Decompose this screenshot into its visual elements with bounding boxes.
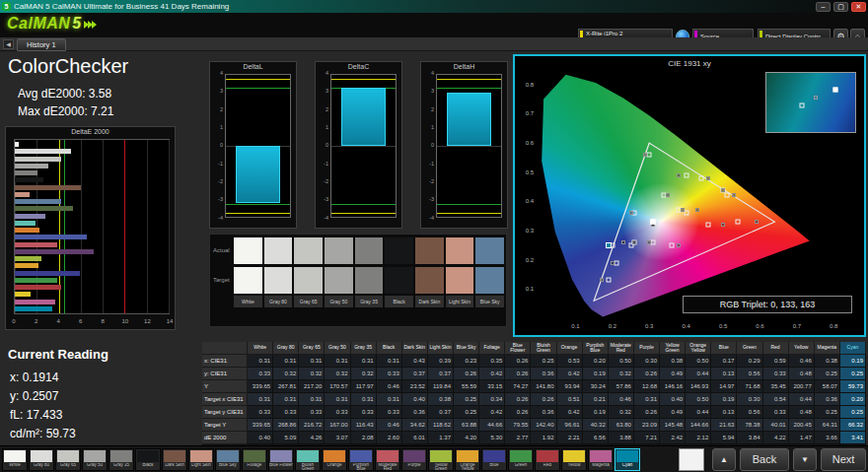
swatch-name: Dark Skin	[415, 296, 444, 307]
white-pattern-button[interactable]	[679, 448, 704, 471]
cie-measured-orange	[732, 193, 736, 197]
patch-button-yellow-green[interactable]: Yellow Green	[428, 448, 454, 471]
patch-button-red[interactable]: Red	[535, 448, 560, 471]
current-reading-title: Current Reading	[8, 347, 108, 362]
patch-button-orange-yellow[interactable]: Orange Yellow	[455, 448, 480, 471]
deltae-bar-light-skin	[15, 192, 169, 197]
table-cell: 0.50	[686, 393, 711, 406]
y-tick-label: 0.7	[526, 110, 534, 116]
table-cell: 2.60	[377, 432, 402, 444]
history-back-icon[interactable]: ◀	[3, 39, 14, 49]
pattern-up-button[interactable]: ▲	[712, 448, 736, 471]
patch-button-purple[interactable]: Purple	[401, 448, 427, 471]
chart-deltac[interactable]: DeltaC43210-1-2-3-4	[315, 61, 402, 229]
patch-color	[510, 450, 532, 462]
deltae-bar-gray-50	[15, 164, 169, 169]
table-cell: 1.92	[531, 432, 556, 444]
patch-button-gray-65[interactable]: Gray 65	[55, 448, 81, 471]
table-cell: 0.31	[299, 355, 325, 368]
patch-button-blue[interactable]: Blue	[481, 448, 507, 471]
back-button[interactable]: Back	[740, 448, 789, 471]
minimize-button[interactable]: –	[816, 2, 831, 12]
table-cell: 58.07	[815, 380, 840, 393]
patch-button-dark-skin[interactable]: Dark Skin	[162, 448, 187, 471]
patch-color	[270, 450, 292, 462]
chart-title: DeltaE 2000	[6, 128, 175, 135]
table-cell: 0.37	[428, 368, 454, 380]
swatch-name: Black	[385, 296, 413, 307]
table-cell: 0.46	[377, 380, 402, 393]
swatch-compare-panel[interactable]: Actual Target WhiteGray 80Gray 65Gray 50…	[209, 234, 507, 327]
cie-yaxis: 0.10.20.30.40.50.60.70.8	[519, 70, 536, 318]
chart-deltah[interactable]: DeltaH43210-1-2-3-4	[420, 61, 508, 229]
table-cell: 0.26	[505, 406, 531, 419]
cie-measured-dark-skin	[695, 208, 699, 212]
cie-1931-chart[interactable]: CIE 1931 xy 0.10.20.30.40.50.60.70.8 0.1…	[513, 54, 866, 337]
patch-button-green[interactable]: Green	[508, 448, 534, 471]
x-tick-label: 4	[56, 318, 59, 324]
table-cell: 170.57	[325, 380, 350, 393]
patch-button-foliage[interactable]: Foliage	[242, 448, 267, 471]
patch-button-white[interactable]: White	[2, 448, 28, 471]
patch-label: Light Skin	[189, 463, 213, 472]
deltae-xaxis: 02468101214	[14, 318, 170, 326]
y-axis-labels: 43210-1-2-3-4	[316, 71, 328, 221]
table-cell: 59.73	[840, 380, 866, 393]
table-cell: 5.30	[479, 432, 505, 444]
swatch-name: Gray 80	[264, 296, 293, 307]
table-cell: 0.26	[505, 393, 531, 406]
patch-button-blue-sky[interactable]: Blue Sky	[215, 448, 241, 471]
history-bar: ◀ History 1	[0, 37, 868, 51]
maximize-button[interactable]: ▢	[833, 2, 848, 12]
chart-title: DeltaL	[210, 63, 296, 70]
table-cell: 0.36	[815, 393, 840, 406]
close-button[interactable]: ✕	[851, 2, 866, 12]
y-tick-label: 0.6	[526, 140, 534, 146]
deltae-2000-chart[interactable]: DeltaE 2000 02468101214	[5, 126, 176, 330]
actual-swatch-gray-65	[294, 237, 323, 264]
chart-deltal[interactable]: DeltaL43210-1-2-3-4	[209, 61, 297, 229]
cie-measured-yellow-green	[677, 173, 681, 177]
patch-button-light-skin[interactable]: Light Skin	[188, 448, 214, 471]
patch-button-cyan[interactable]: Cyan	[615, 448, 640, 471]
patch-label: Red	[536, 463, 559, 472]
ref-line-green	[226, 204, 290, 205]
table-cell: 0.31	[377, 393, 402, 406]
table-cell: 4.26	[299, 432, 325, 444]
table-cell: 0.44	[789, 393, 815, 406]
patch-button-gray-35[interactable]: Gray 35	[108, 448, 134, 471]
patch-button-orange[interactable]: Orange	[322, 448, 347, 471]
column-header-orange: Orange	[557, 342, 583, 355]
patch-button-yellow[interactable]: Yellow	[561, 448, 587, 471]
table-cell: 5.09	[273, 432, 299, 444]
table-cell: 0.42	[557, 406, 583, 419]
inset-point-marker	[833, 87, 838, 92]
table-cell: 0.19	[583, 406, 609, 419]
patch-button-gray-80[interactable]: Gray 80	[29, 448, 54, 471]
table-cell: 0.51	[557, 393, 583, 406]
table-cell: 0.50	[686, 355, 711, 368]
table-cell: 0.38	[815, 355, 840, 368]
y-tick-label: 1	[316, 125, 328, 131]
deltae-bar-yellow	[15, 292, 169, 297]
table-cell: 0.26	[505, 355, 531, 368]
row-header: Target Y	[202, 419, 248, 432]
patch-label: Magenta	[589, 463, 613, 472]
table-cell: 167.00	[325, 419, 350, 432]
max-de2000-value: Max dE2000: 7.21	[18, 104, 113, 118]
patch-button-blue-flower[interactable]: Blue Flower	[268, 448, 294, 471]
patch-button-black[interactable]: Black	[135, 448, 161, 471]
next-button[interactable]: Next	[821, 448, 866, 471]
tab-history-1[interactable]: History 1	[17, 38, 66, 51]
table-cell: 0.30	[634, 355, 660, 368]
column-header-black: Black	[377, 342, 402, 355]
pattern-down-button[interactable]: ▼	[793, 448, 817, 471]
patch-button-gray-50[interactable]: Gray 50	[82, 448, 108, 471]
cie-target-yellow-green	[684, 172, 688, 177]
patch-button-magenta[interactable]: Magenta	[588, 448, 614, 471]
patch-button-bluish-green[interactable]: Bluish Green	[295, 448, 321, 471]
column-header-red: Red	[763, 342, 789, 355]
patch-color	[137, 450, 159, 462]
patch-button-moderate-red[interactable]: Moderate Red	[375, 448, 400, 471]
patch-button-purplish-blue[interactable]: Purplish Blue	[348, 448, 374, 471]
